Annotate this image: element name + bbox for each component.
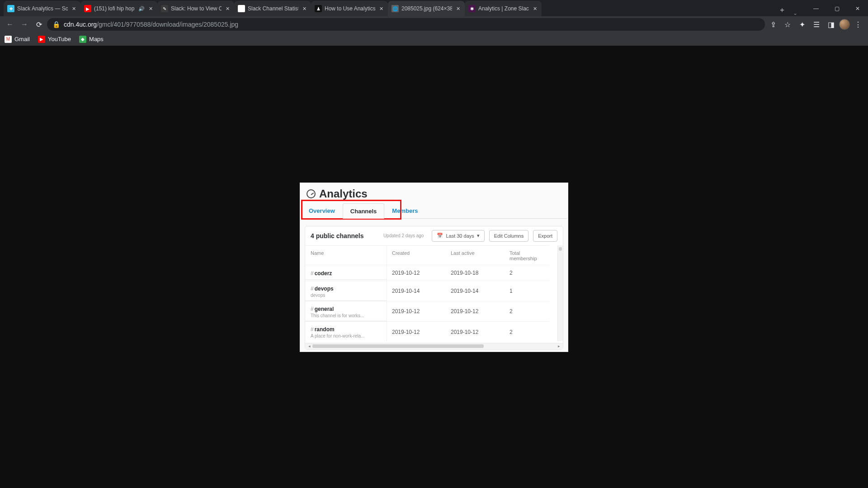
channel-name-cell[interactable]: #generalThis channel is for works... [305, 301, 387, 321]
bookmark-item[interactable]: ▶YouTube [38, 36, 71, 43]
share-button[interactable]: ⇪ [767, 18, 779, 31]
tab-channels[interactable]: Channels [343, 203, 385, 219]
bookmark-favicon: ◆ [79, 36, 86, 43]
browser-tab[interactable]: 🌐2085025.jpg (624×38✕ [388, 1, 465, 16]
table-cell: 2019-10-18 [445, 265, 504, 281]
table-cell: 2019-10-14 [387, 281, 445, 301]
date-range-button[interactable]: 📅 Last 30 days ▾ [432, 230, 484, 242]
scroll-right-icon[interactable]: ▸ [557, 344, 561, 348]
chrome-menu-button[interactable]: ⋮ [852, 18, 864, 31]
close-tab-icon[interactable]: ✕ [532, 5, 538, 12]
tab-members[interactable]: Members [384, 203, 425, 218]
scroll-left-icon[interactable]: ◂ [307, 344, 311, 348]
browser-toolbar: ← → ⟳ 🔒 cdn.4uc.org/gmcl/401/9770588/dow… [0, 16, 868, 33]
vertical-scrollbar[interactable] [557, 245, 563, 341]
reading-list-button[interactable]: ☰ [810, 18, 823, 31]
extensions-button[interactable]: ✦ [796, 18, 808, 31]
tab-title: Slack Channel Statisti [248, 5, 298, 12]
close-tab-icon[interactable]: ✕ [455, 5, 461, 12]
bookmarks-bar: MGmail▶YouTube◆Maps [0, 33, 868, 46]
bookmark-label: Gmail [14, 36, 30, 42]
window-controls: ― ▢ ✕ [806, 1, 868, 16]
new-tab-button[interactable]: ＋ [776, 4, 788, 16]
edit-columns-button[interactable]: Edit Columns [489, 230, 528, 242]
close-tab-icon[interactable]: ✕ [378, 5, 384, 12]
close-tab-icon[interactable]: ✕ [224, 5, 231, 12]
tab-search-button[interactable]: ⌄ [788, 10, 802, 16]
table-cell: 2 [504, 321, 549, 343]
gauge-icon [307, 189, 316, 198]
url-path: /gmcl/401/9770588/download/images/208502… [97, 21, 238, 28]
table-cell: 2019-10-12 [387, 265, 445, 281]
browser-tab[interactable]: ✱Analytics | Zone Slack✕ [465, 1, 542, 16]
close-tab-icon[interactable]: ✕ [301, 5, 307, 12]
tab-title: Slack: How to View C [171, 5, 222, 12]
tab-favicon: ❖ [7, 5, 14, 12]
column-header[interactable]: Total membership [504, 245, 549, 265]
browser-tab[interactable]: ▶(151) lofi hip hop🔊✕ [80, 1, 157, 16]
tab-title: Slack Analytics — So [17, 5, 68, 12]
browser-titlebar: ❖Slack Analytics — So✕▶(151) lofi hip ho… [0, 0, 868, 16]
channel-name-cell[interactable]: #coderz [305, 265, 387, 281]
channel-count: 4 public channels [311, 232, 363, 239]
bookmark-favicon: M [5, 36, 12, 43]
browser-tab[interactable]: ✎Slack: How to View C✕ [157, 1, 234, 16]
table-cell: 2019-10-12 [445, 301, 504, 321]
chevron-down-icon: ▾ [477, 233, 480, 239]
bookmark-label: YouTube [48, 36, 71, 42]
updated-label: Updated 2 days ago [383, 233, 424, 238]
tab-favicon: ◧ [238, 5, 245, 12]
channels-table: NameCreatedLast activeTotal membership#c… [305, 245, 563, 349]
calendar-icon: 📅 [437, 233, 443, 239]
tab-favicon: ♟ [315, 5, 322, 12]
browser-tab[interactable]: ❖Slack Analytics — So✕ [4, 1, 80, 16]
table-cell: 2 [504, 301, 549, 321]
column-header[interactable]: Created [387, 245, 445, 265]
url-domain: cdn.4uc.org [64, 21, 97, 28]
analytics-tabs: Overview Channels Members [301, 203, 567, 219]
close-tab-icon[interactable]: ✕ [71, 5, 77, 12]
tab-title: (151) lofi hip hop [94, 5, 136, 12]
close-tab-icon[interactable]: ✕ [147, 5, 154, 12]
column-header[interactable]: Name [305, 245, 387, 265]
channel-name-cell[interactable]: #randomA place for non-work-rela... [305, 321, 387, 343]
table-cell: 2019-10-12 [445, 321, 504, 343]
tab-title: 2085025.jpg (624×38 [401, 5, 452, 12]
analytics-header: Analytics [300, 183, 568, 203]
minimize-button[interactable]: ― [806, 1, 826, 16]
channels-panel: 4 public channels Updated 2 days ago 📅 L… [305, 226, 563, 350]
export-button[interactable]: Export [533, 230, 557, 242]
tab-favicon: ▶ [84, 5, 91, 12]
back-button[interactable]: ← [4, 18, 16, 31]
bookmark-star-button[interactable]: ☆ [781, 18, 794, 31]
reload-button[interactable]: ⟳ [33, 18, 45, 31]
channel-name-cell[interactable]: #devopsdevops [305, 281, 387, 301]
slack-analytics-screenshot: Analytics Overview Channels Members 4 pu… [300, 183, 568, 352]
browser-tab[interactable]: ♟How to Use Analytics✕ [311, 1, 388, 16]
table-cell: 2019-10-14 [445, 281, 504, 301]
horizontal-scrollbar[interactable]: ◂ ▸ [305, 343, 563, 349]
tab-overview[interactable]: Overview [301, 203, 343, 218]
table-cell: 2019-10-12 [387, 321, 445, 343]
tab-strip: ❖Slack Analytics — So✕▶(151) lofi hip ho… [4, 1, 773, 16]
audio-playing-icon[interactable]: 🔊 [138, 5, 145, 12]
bookmark-item[interactable]: MGmail [5, 36, 30, 43]
tab-favicon: ✎ [161, 5, 168, 12]
maximize-button[interactable]: ▢ [826, 1, 847, 16]
bookmark-favicon: ▶ [38, 36, 45, 43]
tab-title: Analytics | Zone Slack [478, 5, 529, 12]
tab-title: How to Use Analytics [325, 5, 375, 12]
bookmark-item[interactable]: ◆Maps [79, 36, 104, 43]
table-cell: 2019-10-12 [387, 301, 445, 321]
side-panel-button[interactable]: ◨ [825, 18, 837, 31]
close-window-button[interactable]: ✕ [847, 1, 868, 16]
page-title: Analytics [319, 188, 368, 200]
profile-avatar-button[interactable] [839, 19, 850, 30]
address-bar[interactable]: 🔒 cdn.4uc.org/gmcl/401/9770588/download/… [47, 18, 765, 31]
bookmark-label: Maps [89, 36, 104, 42]
forward-button[interactable]: → [18, 18, 31, 31]
browser-tab[interactable]: ◧Slack Channel Statisti✕ [234, 1, 311, 16]
tab-favicon: 🌐 [392, 5, 399, 12]
panel-toolbar: 4 public channels Updated 2 days ago 📅 L… [305, 226, 563, 245]
column-header[interactable]: Last active [445, 245, 504, 265]
